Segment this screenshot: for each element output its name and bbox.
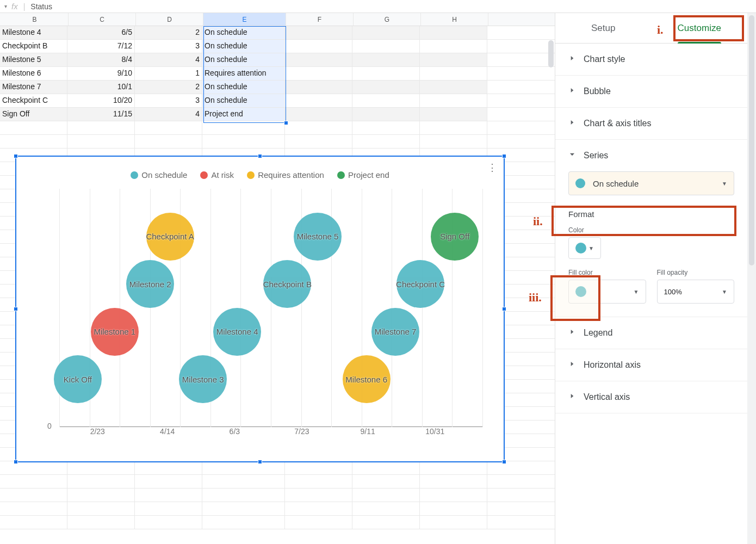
color-button[interactable]: ▼ bbox=[568, 237, 601, 259]
x-tick: 10/31 bbox=[425, 427, 444, 436]
formula-bar-value[interactable]: Status bbox=[30, 2, 52, 11]
col-header-e[interactable]: E bbox=[203, 13, 286, 26]
section-series[interactable]: Series bbox=[555, 140, 747, 171]
cell[interactable]: Checkpoint B bbox=[0, 40, 67, 53]
col-header-d[interactable]: D bbox=[136, 13, 203, 26]
table-row[interactable]: Sign Off11/154Project end bbox=[0, 108, 555, 121]
cell[interactable]: Project end bbox=[202, 108, 285, 121]
section-legend[interactable]: Legend bbox=[555, 317, 747, 349]
chart-plot: Kick OffMilestone 1Milestone 2Checkpoint… bbox=[59, 189, 482, 427]
cell[interactable]: On schedule bbox=[202, 53, 285, 66]
cell[interactable]: 11/15 bbox=[67, 108, 135, 121]
col-header-h[interactable]: H bbox=[421, 13, 488, 26]
cell[interactable] bbox=[420, 26, 487, 39]
cell[interactable] bbox=[352, 40, 420, 53]
cell[interactable]: Sign Off bbox=[0, 108, 67, 121]
cell[interactable] bbox=[352, 26, 420, 39]
cell[interactable] bbox=[285, 81, 352, 94]
chart-editor-panel: Setup Customize Chart style Bubble Chart… bbox=[555, 13, 756, 544]
cell[interactable] bbox=[420, 67, 487, 80]
cell[interactable]: 10/20 bbox=[67, 94, 135, 107]
cell[interactable]: On schedule bbox=[202, 40, 285, 53]
cell[interactable]: Milestone 6 bbox=[0, 67, 67, 80]
cell[interactable]: Milestone 5 bbox=[0, 53, 67, 66]
table-row[interactable]: Milestone 58/44On schedule bbox=[0, 53, 555, 67]
cell[interactable]: 7/12 bbox=[67, 40, 135, 53]
cell[interactable] bbox=[420, 53, 487, 66]
series-select[interactable]: On schedule ▼ bbox=[568, 171, 734, 195]
cell[interactable]: Checkpoint C bbox=[0, 94, 67, 107]
fill-opacity-select[interactable]: 100% ▼ bbox=[657, 280, 735, 304]
cell[interactable]: 3 bbox=[135, 40, 202, 53]
cell[interactable] bbox=[285, 53, 352, 66]
cell[interactable] bbox=[420, 94, 487, 107]
bubble: Checkpoint A bbox=[146, 213, 194, 261]
cell[interactable]: On schedule bbox=[202, 81, 285, 94]
formula-bar: ▾ fx | Status bbox=[0, 0, 756, 13]
legend-item: At risk bbox=[200, 170, 234, 180]
col-header-f[interactable]: F bbox=[286, 13, 354, 26]
tab-customize[interactable]: Customize bbox=[652, 13, 748, 43]
cell[interactable]: 4 bbox=[135, 53, 202, 66]
chart-legend: On scheduleAt riskRequires attentionProj… bbox=[16, 156, 504, 180]
cell[interactable] bbox=[352, 53, 420, 66]
cell[interactable]: Milestone 4 bbox=[0, 26, 67, 39]
cell[interactable]: 8/4 bbox=[67, 53, 135, 66]
bubble: Milestone 1 bbox=[91, 308, 139, 356]
section-vertical-axis[interactable]: Vertical axis bbox=[555, 381, 747, 413]
chevron-right-icon bbox=[568, 392, 584, 402]
cell[interactable] bbox=[420, 108, 487, 121]
cell[interactable] bbox=[352, 67, 420, 80]
cell[interactable]: 10/1 bbox=[67, 81, 135, 94]
cell[interactable] bbox=[285, 67, 352, 80]
fill-color-button[interactable]: ▼ bbox=[568, 280, 646, 304]
selection-handle[interactable] bbox=[284, 121, 288, 125]
x-tick: 6/3 bbox=[230, 427, 240, 436]
cell[interactable]: On schedule bbox=[202, 26, 285, 39]
x-tick: 9/11 bbox=[361, 427, 375, 436]
cell[interactable]: On schedule bbox=[202, 94, 285, 107]
section-chart-axis-titles[interactable]: Chart & axis titles bbox=[555, 108, 747, 140]
cell[interactable] bbox=[285, 94, 352, 107]
cell[interactable]: 3 bbox=[135, 94, 202, 107]
table-row[interactable]: Checkpoint B7/123On schedule bbox=[0, 40, 555, 53]
spreadsheet-area[interactable]: B C D E F G H Milestone 46/52On schedule… bbox=[0, 13, 555, 544]
chart-object[interactable]: ⋮ On scheduleAt riskRequires attentionPr… bbox=[15, 156, 505, 462]
col-header-c[interactable]: C bbox=[69, 13, 136, 26]
bubble: Checkpoint C bbox=[396, 260, 444, 308]
cell[interactable]: 6/5 bbox=[67, 26, 135, 39]
cell[interactable] bbox=[352, 108, 420, 121]
section-chart-style[interactable]: Chart style bbox=[555, 44, 747, 76]
cell[interactable]: 1 bbox=[135, 67, 202, 80]
cell[interactable] bbox=[420, 40, 487, 53]
bubble: Milestone 4 bbox=[213, 308, 261, 356]
cell[interactable] bbox=[285, 40, 352, 53]
table-row[interactable]: Milestone 710/12On schedule bbox=[0, 81, 555, 94]
section-horizontal-axis[interactable]: Horizontal axis bbox=[555, 349, 747, 381]
cell[interactable]: 9/10 bbox=[67, 67, 135, 80]
panel-scrollbar[interactable] bbox=[747, 13, 756, 544]
cell[interactable]: 2 bbox=[135, 81, 202, 94]
vertical-scrollbar[interactable] bbox=[548, 40, 554, 67]
chevron-right-icon bbox=[568, 86, 584, 96]
cell[interactable] bbox=[285, 26, 352, 39]
cell[interactable]: 4 bbox=[135, 108, 202, 121]
bubble: Kick Off bbox=[54, 355, 102, 403]
fill-opacity-value: 100% bbox=[664, 288, 682, 296]
cell[interactable]: Requires attention bbox=[202, 67, 285, 80]
section-bubble[interactable]: Bubble bbox=[555, 76, 747, 108]
cell[interactable] bbox=[352, 94, 420, 107]
table-row[interactable]: Checkpoint C10/203On schedule bbox=[0, 94, 555, 108]
tab-setup[interactable]: Setup bbox=[555, 13, 652, 43]
col-header-g[interactable]: G bbox=[354, 13, 421, 26]
name-box-dropdown-icon[interactable]: ▾ bbox=[4, 3, 7, 9]
cell[interactable] bbox=[285, 108, 352, 121]
cell[interactable] bbox=[420, 81, 487, 94]
cell[interactable] bbox=[352, 81, 420, 94]
col-header-b[interactable]: B bbox=[1, 13, 69, 26]
table-row[interactable]: Milestone 69/101Requires attention bbox=[0, 67, 555, 81]
table-row[interactable]: Milestone 46/52On schedule bbox=[0, 26, 555, 40]
dropdown-icon: ▼ bbox=[634, 289, 639, 295]
cell[interactable]: 2 bbox=[135, 26, 202, 39]
cell[interactable]: Milestone 7 bbox=[0, 81, 67, 94]
